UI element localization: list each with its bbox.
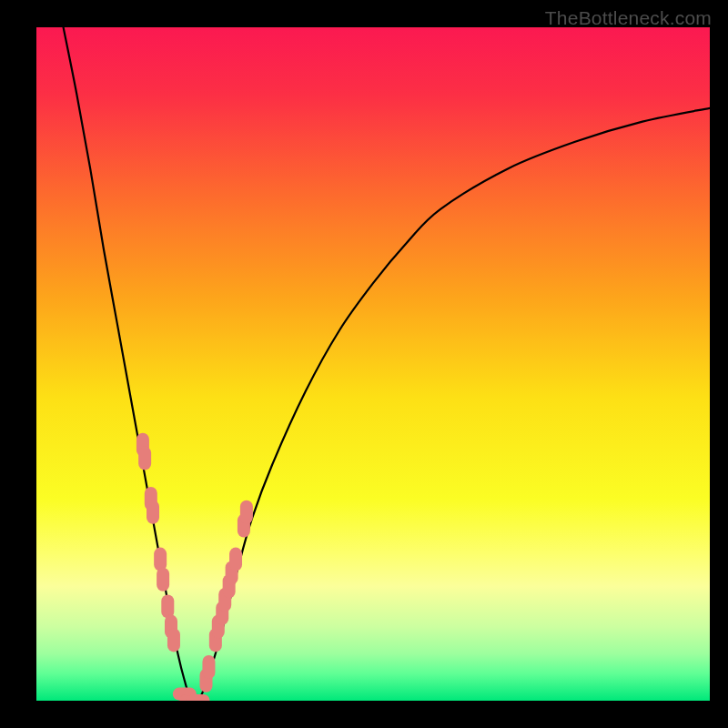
data-marker [161,594,174,618]
data-marker [147,500,159,524]
data-marker [157,568,169,592]
watermark-text: TheBottleneck.com [545,7,712,29]
data-marker [154,548,167,571]
plot-area [36,27,710,701]
data-marker [138,447,151,470]
data-marker [187,694,210,701]
data-marker [229,548,242,571]
chart-frame: TheBottleneck.com [0,0,728,728]
data-marker [167,628,180,652]
data-marker [202,655,215,679]
data-marker [240,500,253,524]
bottleneck-curve [36,27,710,701]
